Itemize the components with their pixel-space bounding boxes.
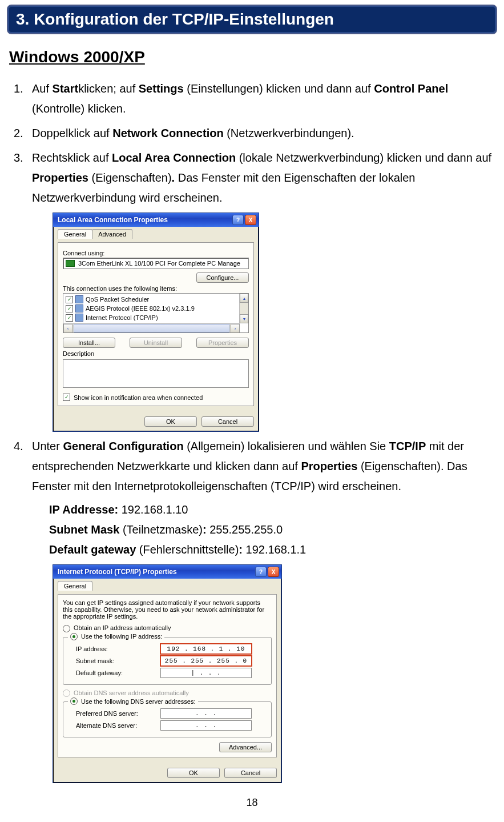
text: Unter [32,440,63,452]
ip-value: 192.168.1.10 [122,503,188,516]
input-ip[interactable]: 192 . 168 . 1 . 10 [160,644,252,654]
radio-use-dns-row[interactable]: Use the following DNS server addresses: [68,697,198,705]
gateway-line: Default gateway (Fehlerschnittstelle): 1… [49,540,495,560]
kw-properties: Properties [32,171,88,184]
scroll-left-icon[interactable]: ‹ [63,324,72,333]
label-alt-dns: Alternate DNS server: [76,722,156,729]
ip-group: Use the following IP address: IP address… [63,637,272,685]
subnet-colon: : [203,523,209,536]
kw-network-connection: Network Connection [112,127,223,139]
ip-label: IP Addresse: [49,503,122,516]
label-pref-dns: Preferred DNS server: [76,710,156,717]
kw-start: Start [53,82,79,95]
list-item[interactable]: ✓ Internet Protocol (TCP/IP) [64,313,247,322]
install-button[interactable]: Install... [63,338,115,348]
radio-label: Use the following IP address: [81,633,162,640]
nic-name: 3Com EtherLink XL 10/100 PCI For Complet… [78,260,240,267]
item-label: QoS Packet Scheduler [86,296,149,303]
gateway-value: 192.168.1.1 [246,543,307,556]
protocol-icon [75,314,83,322]
input-pref-dns[interactable]: . . . [160,708,252,719]
text: (Eigenschaften) [88,171,172,184]
intro-text: You can get IP settings assigned automat… [63,599,272,620]
vertical-scrollbar[interactable]: ▴ ▾ [239,294,248,323]
dns-group: Use the following DNS server addresses: … [63,701,272,737]
subnet-paren: (Teilnetzmaske) [119,523,203,536]
label-uses-items: This connection uses the following items… [63,285,249,292]
label-ip: IP address: [76,645,156,652]
radio-icon[interactable] [70,633,78,640]
list-item[interactable]: ✓ AEGIS Protocol (IEEE 802.1x) v2.3.1.9 [64,304,247,313]
step-number: 3. [14,148,23,168]
radio-obtain-dns-row: Obtain DNS server address automatically [63,689,272,697]
step-1: 1. Auf Startklicken; auf Settings (Einst… [32,79,495,119]
list-item[interactable]: ✓ QoS Packet Scheduler [64,295,247,304]
checkbox-icon[interactable]: ✓ [66,296,73,303]
titlebar[interactable]: Internet Protocol (TCP/IP) Properties ? … [53,565,281,579]
text: (Allgemein) lokalisieren und wählen Sie [184,440,389,452]
scroll-up-icon[interactable]: ▴ [240,294,248,303]
radio-icon[interactable] [63,625,70,632]
kw-control-panel: Control Panel [374,82,448,95]
radio-use-ip-row[interactable]: Use the following IP address: [68,633,164,640]
horizontal-scrollbar[interactable]: ‹ › [63,323,240,332]
radio-label: Obtain an IP address automatically [74,624,171,631]
subnet-line: Subnet Mask (Teilnetzmaske): 255.255.255… [49,520,495,540]
checkbox-icon[interactable]: ✓ [66,305,73,312]
checkbox-icon[interactable]: ✓ [66,314,73,322]
input-gateway[interactable]: | . . . [160,668,252,678]
scroll-down-icon[interactable]: ▾ [240,314,248,323]
scroll-thumb[interactable] [74,324,229,332]
tab-general[interactable]: General [58,581,92,591]
tab-general[interactable]: General [58,229,92,239]
input-subnet[interactable]: 255 . 255 . 255 . 0 [160,656,252,666]
description-box [63,359,249,388]
label-connect-using: Connect using: [63,250,249,256]
items-listbox[interactable]: ✓ QoS Packet Scheduler ✓ AEGIS Protocol … [63,293,249,333]
help-button[interactable]: ? [232,215,244,225]
help-button[interactable]: ? [255,567,267,577]
close-button[interactable]: X [268,567,279,577]
input-alt-dns[interactable]: . . . [160,720,252,731]
close-button[interactable]: X [245,215,256,225]
cancel-button[interactable]: Cancel [224,768,277,778]
ip-line: IP Addresse: 192.168.1.10 [49,500,495,520]
gateway-paren: (Fehlerschnittstelle) [136,543,239,556]
titlebar[interactable]: Local Area Connection Properties ? X [53,213,259,227]
gateway-colon: : [239,543,245,556]
window-title: Internet Protocol (TCP/IP) Properties [58,568,177,576]
step-number: 1. [14,79,23,99]
kw-properties-2: Properties [301,460,357,472]
ok-button[interactable]: OK [144,416,197,427]
tab-advanced[interactable]: Advanced [92,229,132,239]
chapter-banner: 3. Konfiguration der TCP/IP-Einstellunge… [7,5,497,34]
configure-button[interactable]: Configure... [196,272,249,283]
kw-settings: Settings [139,82,184,95]
figure-tcpip-properties: Internet Protocol (TCP/IP) Properties ? … [53,564,497,783]
advanced-button[interactable]: Advanced... [219,742,272,752]
step-3: 3. Rechtsklick auf Local Area Connection… [32,148,495,208]
text: Doppelklick auf [32,127,112,139]
radio-label: Use the following DNS server addresses: [81,698,196,705]
cancel-button[interactable]: Cancel [201,416,254,427]
text: Auf [32,82,53,95]
label-gateway: Default gateway: [76,669,156,676]
text: (Kontrolle) klicken. [32,102,126,115]
gateway-label: Default gateway [49,543,136,556]
protocol-icon [75,295,83,303]
kw-general-configuration: General Configuration [63,440,183,452]
scroll-right-icon[interactable]: › [231,324,240,333]
radio-label: Obtain DNS server address automatically [74,689,189,696]
step-4: 4. Unter General Configuration (Allgemei… [32,436,495,560]
step-number: 4. [14,436,23,456]
radio-obtain-ip-row[interactable]: Obtain an IP address automatically [63,624,272,632]
protocol-icon [75,304,83,312]
item-label: Internet Protocol (TCP/IP) [86,314,158,321]
radio-icon[interactable] [70,697,78,705]
kw-tcpip: TCP/IP [389,440,426,452]
step-2: 2. Doppelklick auf Network Connection (N… [32,123,495,143]
text: (Einstellungen) klicken und dann auf [184,82,374,95]
ok-button[interactable]: OK [167,768,220,778]
subsection-heading: Windows 2000/XP [9,48,495,66]
show-icon-checkbox[interactable]: ✓ [63,394,70,401]
